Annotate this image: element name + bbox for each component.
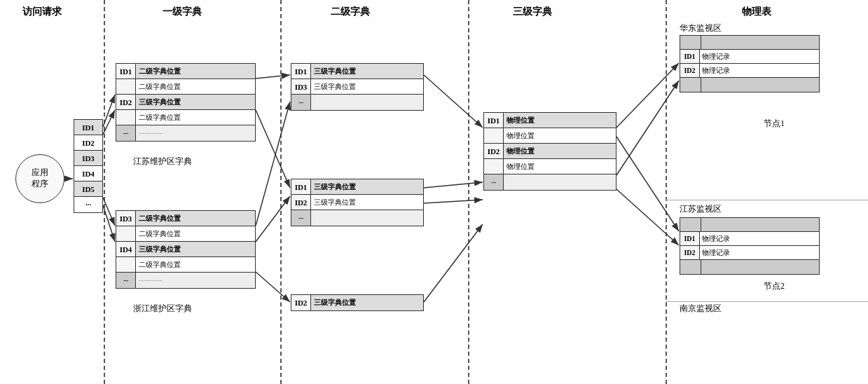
arrow-zh-l2-3 [256,272,290,302]
arrow-l3-phys2 [616,189,679,245]
l2d1-row-2: ID3 三级字典位置 [291,79,423,95]
jiangsu-dict: ID1 二级字典位置 二级字典位置 ID2 三级字典位置 二级字典位置 ··· … [116,63,256,142]
l2d1-row-1: ID1 三级字典位置 [291,64,423,79]
diagram-container: 访问请求 一级字典 二级字典 三级字典 物理表 应用 程序 ID1 ID2 ID… [0,0,868,384]
header-level2: 二级字典 [301,6,399,18]
header-level1: 一级字典 [126,6,238,18]
zhejiang-row-2: 二级字典位置 [116,226,255,242]
jiangsu-row-4: 二级字典位置 [116,110,255,125]
jiangsu-monitor-label: 江苏监视区 [680,203,722,215]
arrow-zh-id4-l2 [256,196,290,242]
id-row-5: ID5 [74,181,102,197]
h-divider-2 [666,301,868,302]
zhejiang-row-5: ··· ··············· [116,273,255,288]
id-row-dots: ··· [74,197,102,212]
phys1-row-2: ID2 物理记录 [680,64,819,78]
l3d-row-4: 物理位置 [484,159,616,174]
phys2-row-2: ID2 物理记录 [680,246,819,260]
phys-node2: ID1 物理记录 ID2 物理记录 [680,217,820,275]
level2-dict-2: ID1 三级字典位置 ID2 三级字典位置 ··· [291,179,424,226]
arrow-l3-id1-phys2 [616,137,679,231]
divider-1 [104,0,105,384]
arrow-l3-id1-phys1 [616,63,679,128]
header-level3: 三级字典 [490,6,574,18]
zhejiang-dict: ID3 二级字典位置 二级字典位置 ID4 三级字典位置 二级字典位置 ··· … [116,210,256,289]
phys2-row-shaded2 [680,260,819,274]
app-program: 应用 程序 [15,154,64,203]
level3-dict: ID1 物理位置 物理位置 ID2 物理位置 物理位置 ··· [483,112,616,191]
arrow-js-id2-l2 [256,110,290,188]
phys2-row-1: ID1 物理记录 [680,232,819,246]
nanjing-label: 南京监视区 [680,303,722,315]
jiangsu-row-5: ··· ··············· [116,125,255,141]
arrow-l3-id2-phys1 [616,81,679,175]
huadong-label: 华东监视区 [680,22,722,34]
l2d3-row-1: ID2 三级字典位置 [291,295,423,310]
arrow-l2d1-l3 [424,75,483,128]
l3d-row-2: 物理位置 [484,128,616,144]
id-row-2: ID2 [74,135,102,151]
zhejiang-row-1: ID3 二级字典位置 [116,211,255,226]
level2-dict-1: ID1 三级字典位置 ID3 三级字典位置 ··· [291,63,424,111]
arrow-l2d3-l3 [424,224,483,302]
jiangsu-row-3: ID2 三级字典位置 [116,95,255,110]
l3d-row-1: ID1 物理位置 [484,113,616,128]
arrow-l2d2-id2-l3 [424,200,483,203]
arrow-zh-id3-l2 [256,102,290,226]
arrow-l2d2-l3 [424,182,483,188]
jiangsu-row-1: ID1 二级字典位置 [116,64,255,79]
l2d2-row-2: ID2 三级字典位置 [291,195,423,210]
phys1-row-1: ID1 物理记录 [680,50,819,64]
phys-node1: ID1 物理记录 ID2 物理记录 [680,35,820,92]
l2d2-row-1: ID1 三级字典位置 [291,179,423,195]
phys2-row-shaded1 [680,218,819,232]
zhejiang-label: 浙江维护区字典 [133,303,192,315]
phys1-row-shaded2 [680,78,819,92]
zhejiang-row-3: ID4 三级字典位置 [116,242,255,257]
node2-label: 节点2 [764,280,785,292]
id-row-4: ID4 [74,166,102,181]
header-access: 访问请求 [14,6,70,18]
l2d1-row-3: ··· [291,95,423,110]
divider-4 [666,0,667,384]
divider-3 [468,0,469,384]
header-physical: 物理表 [687,6,827,18]
divider-2 [280,0,282,384]
node1-label: 节点1 [764,118,785,130]
zhejiang-row-4: 二级字典位置 [116,257,255,273]
level2-dict-3: ID2 三级字典位置 [291,294,424,311]
h-divider-1 [666,200,868,200]
phys1-row-shaded1 [680,36,819,50]
arrow-js-id1-l2 [256,75,290,78]
id-list: ID1 ID2 ID3 ID4 ID5 ··· [74,119,103,213]
l3d-row-5: ··· [484,174,616,190]
id-row-3: ID3 [74,151,102,166]
l2d2-row-3: ··· [291,210,423,226]
jiangsu-label: 江苏维护区字典 [133,156,192,167]
id-row-1: ID1 [74,120,102,135]
l3d-row-3: ID2 物理位置 [484,144,616,159]
jiangsu-row-2: 二级字典位置 [116,79,255,95]
app-label: 应用 程序 [32,167,48,189]
